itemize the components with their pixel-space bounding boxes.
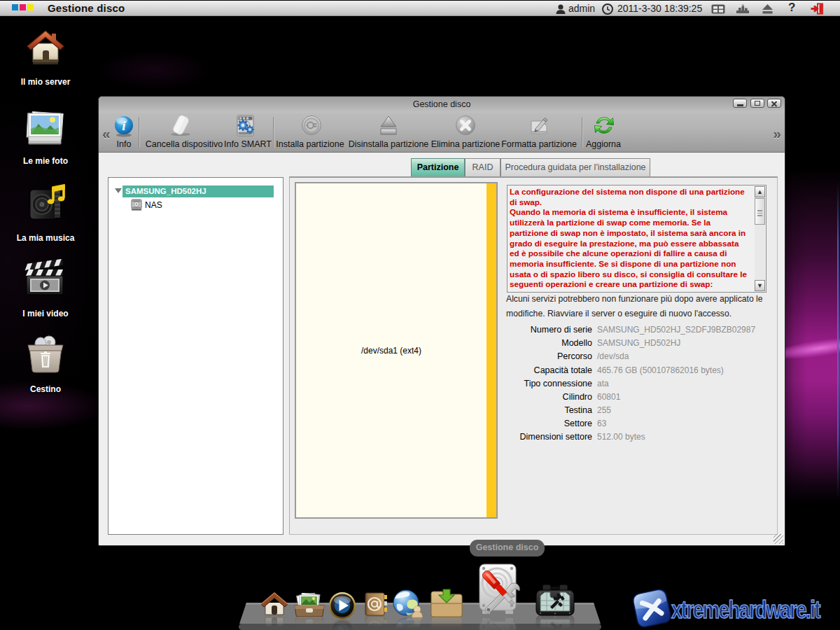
svg-text:i: i xyxy=(122,118,126,133)
svg-text:xtremehardware.it: xtremehardware.it xyxy=(671,596,821,623)
